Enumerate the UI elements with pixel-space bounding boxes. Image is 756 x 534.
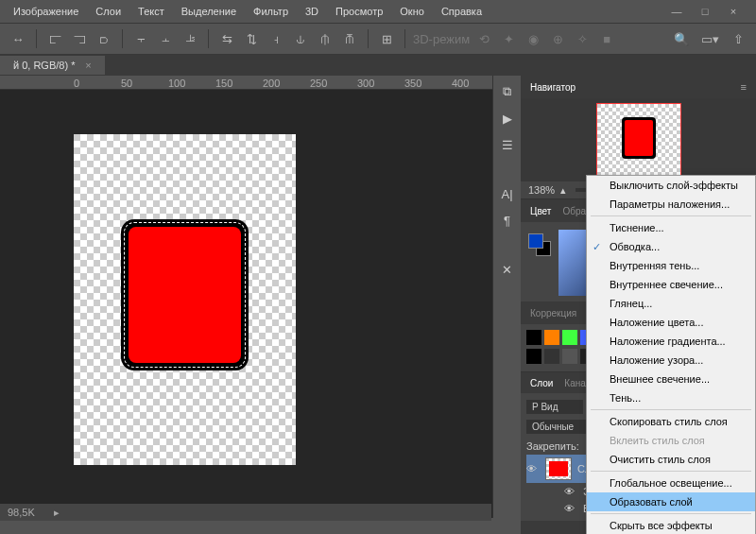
menu-text[interactable]: Текст — [130, 2, 172, 21]
properties-icon[interactable]: ☰ — [499, 136, 516, 153]
distribute-icon[interactable]: ⫝ — [290, 28, 311, 49]
menu-view[interactable]: Просмотр — [328, 2, 390, 21]
context-menu-item[interactable]: Наложение узора... — [587, 351, 755, 370]
3d-icon[interactable]: ■ — [596, 28, 617, 49]
tools-icon[interactable]: ✕ — [499, 261, 516, 278]
minimize-button[interactable]: — — [667, 6, 686, 17]
swatch[interactable] — [562, 330, 577, 345]
options-bar: ↔ ⫍ ⫎ ⫐ ⫟ ⫠ ⫡ ⇆ ⇅ ⫞ ⫝ ⫛ ⫚ ⊞ 3D-режим ⟲ ✦… — [0, 23, 756, 55]
status-arrow[interactable]: ▸ — [54, 507, 60, 519]
fg-color[interactable] — [528, 233, 543, 249]
ruler-horizontal: 0 50 100 150 200 250 300 350 400 — [0, 76, 492, 90]
workspace-icon[interactable]: ▭▾ — [699, 28, 720, 49]
toolbar-right: 🔍 ▭▾ ⇧ — [671, 28, 748, 49]
context-menu-item[interactable]: Параметры наложения... — [587, 195, 755, 214]
context-menu-item[interactable]: Внутренняя тень... — [587, 256, 755, 275]
context-menu-item[interactable]: Тень... — [587, 388, 755, 407]
distribute-icon[interactable]: ⫞ — [266, 28, 286, 49]
swatch[interactable] — [544, 349, 559, 364]
context-menu-item[interactable]: Наложение цвета... — [587, 313, 755, 332]
swatch[interactable] — [562, 349, 577, 364]
align-center-h-icon[interactable]: ⫎ — [69, 28, 90, 49]
distribute-icon[interactable]: ⫛ — [315, 28, 335, 49]
maximize-button[interactable]: □ — [696, 6, 714, 17]
ruler-mark: 400 — [452, 78, 469, 89]
paragraph-icon[interactable]: ¶ — [499, 212, 516, 229]
menu-filter[interactable]: Фильтр — [246, 2, 296, 21]
fg-bg-colors[interactable] — [528, 233, 551, 256]
tab-color[interactable]: Цвет — [530, 201, 551, 221]
character-icon[interactable]: A| — [499, 185, 516, 202]
navigator-thumbnail[interactable] — [596, 103, 681, 177]
3d-icon[interactable]: ⟲ — [473, 28, 494, 49]
distribute-h-icon[interactable]: ⇆ — [216, 28, 237, 49]
align-top-icon[interactable]: ⫟ — [130, 28, 151, 49]
distribute-v-icon[interactable]: ⇅ — [241, 28, 262, 49]
history-icon[interactable]: ⧉ — [499, 83, 516, 100]
tab-layers[interactable]: Слои — [530, 373, 553, 393]
visibility-icon[interactable]: 👁 — [526, 463, 540, 474]
zoom-out-icon[interactable]: ▴ — [560, 184, 566, 197]
menu-item-label: Параметры наложения... — [610, 198, 730, 210]
context-menu-item[interactable]: Скрыть все эффекты — [587, 516, 755, 534]
ruler-mark: 300 — [357, 78, 374, 89]
share-icon[interactable]: ⇧ — [728, 28, 748, 49]
align-center-v-icon[interactable]: ⫠ — [155, 28, 176, 49]
context-menu-item: Вклеить стиль слоя — [587, 431, 755, 450]
menu-select[interactable]: Выделение — [174, 2, 244, 21]
menu-item-label: Наложение градиента... — [610, 336, 726, 347]
align-right-icon[interactable]: ⫐ — [94, 28, 114, 49]
context-menu-item[interactable]: Глобальное освещение... — [587, 474, 755, 492]
visibility-icon[interactable]: 👁 — [564, 486, 577, 497]
menu-window[interactable]: Окно — [392, 2, 432, 21]
swatch[interactable] — [526, 349, 541, 364]
play-icon[interactable]: ▶ — [499, 110, 516, 127]
ruler-mark: 350 — [404, 78, 421, 89]
context-menu-item[interactable]: Внешнее свечение... — [587, 370, 755, 388]
3d-icon[interactable]: ◉ — [523, 28, 543, 49]
check-icon: ✓ — [593, 241, 601, 253]
menu-3d[interactable]: 3D — [298, 2, 326, 21]
context-menu-item[interactable]: Образовать слой — [587, 492, 755, 511]
search-icon[interactable]: 🔍 — [671, 28, 692, 49]
navigator-body[interactable] — [521, 98, 756, 181]
filter-kind[interactable]: Р Вид — [526, 400, 583, 414]
3d-icon[interactable]: ✦ — [498, 28, 519, 49]
context-menu-item[interactable]: Тиснение... — [587, 218, 755, 237]
ruler-mark: 100 — [168, 78, 185, 89]
context-menu-item[interactable]: Выключить слой-эффекты — [587, 176, 755, 195]
context-menu-item[interactable]: Скопировать стиль слоя — [587, 412, 755, 431]
menu-layers[interactable]: Слои — [88, 2, 129, 21]
context-menu-item[interactable]: ✓Обводка... — [587, 237, 755, 256]
canvas-area[interactable]: 0 50 100 150 200 250 300 350 400 — [0, 76, 492, 518]
layer-thumbnail[interactable] — [545, 457, 572, 480]
menu-help[interactable]: Справка — [434, 2, 490, 21]
align-bottom-icon[interactable]: ⫡ — [180, 28, 200, 49]
distribute-icon[interactable]: ⫚ — [339, 28, 360, 49]
context-menu-item[interactable]: Внутреннее свечение... — [587, 275, 755, 294]
menu-separator — [591, 409, 751, 410]
context-menu-item[interactable]: Наложение градиента... — [587, 332, 755, 351]
ruler-mark: 150 — [215, 78, 232, 89]
3d-icon[interactable]: ⊕ — [547, 28, 568, 49]
tab-corrections[interactable]: Коррекция — [530, 303, 576, 323]
menu-item-label: Тень... — [610, 392, 641, 404]
transform-icon[interactable]: ↔ — [8, 28, 28, 49]
tab-close-icon[interactable]: × — [85, 60, 91, 71]
document-tab[interactable]: й 0, RGB/8) * × — [0, 56, 105, 75]
menu-item-label: Очистить стиль слоя — [610, 454, 711, 465]
context-menu-item[interactable]: Глянец... — [587, 294, 755, 313]
rounded-rect-shape[interactable] — [121, 219, 249, 370]
swatch[interactable] — [544, 330, 559, 345]
context-menu-item[interactable]: Очистить стиль слоя — [587, 450, 755, 469]
visibility-icon[interactable]: 👁 — [564, 503, 577, 514]
navigator-tab[interactable]: Навигатор — [530, 78, 576, 97]
3d-icon[interactable]: ✧ — [572, 28, 593, 49]
auto-align-icon[interactable]: ⊞ — [376, 28, 397, 49]
close-button[interactable]: × — [724, 6, 743, 17]
artboard[interactable] — [74, 134, 296, 465]
align-left-icon[interactable]: ⫍ — [44, 28, 65, 49]
swatch[interactable] — [526, 330, 541, 345]
menu-image[interactable]: Изображение — [6, 2, 86, 21]
panel-menu-icon[interactable]: ≡ — [741, 81, 747, 93]
